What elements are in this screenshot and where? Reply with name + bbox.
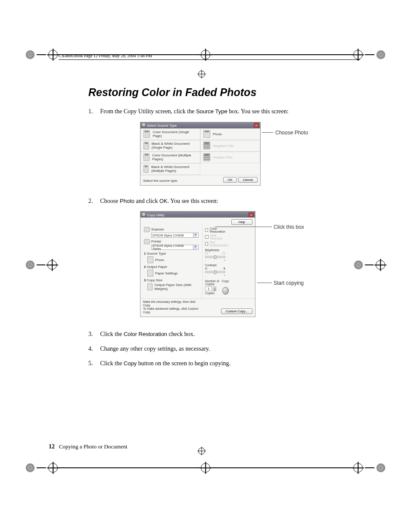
printer-icon [144, 239, 150, 244]
dialog1-title: Select Source Type [147, 124, 177, 128]
option-negative-film: Negative Film [200, 140, 260, 152]
output-paper-section: 2Output Paper [144, 265, 199, 269]
low-contrast-icon: ◐ [205, 267, 208, 270]
ok-button[interactable]: OK [223, 177, 237, 183]
page-footer-text: Copying a Photo or Document [59, 443, 128, 450]
printer-combo[interactable]: EPSON Stylus CX4600 Series▾ [151, 245, 199, 250]
text-enhancement-checkbox: Text Enhancement [205, 241, 229, 247]
chevron-down-icon: ▾ [193, 245, 197, 249]
output-paper-button[interactable]: Paper Settings [147, 270, 199, 277]
copy-label: Copy [222, 280, 229, 286]
dialog2-title: Copy Utility [147, 213, 164, 217]
app-icon [142, 123, 146, 127]
app-icon [142, 212, 146, 216]
page-content: Restoring Color in Faded Photos 1. From … [88, 86, 336, 373]
step-list-2: 2. Choose Photo and click OK. You see th… [88, 197, 336, 205]
dust-removal-checkbox: Dust Removal [205, 234, 229, 240]
callout-start-copying: Start copying [274, 280, 304, 286]
dialog1-titlebar: Select Source Type × [140, 122, 260, 128]
copies-label: Number of Copies [205, 280, 222, 286]
step-5: 5. Click the Copy button on the screen t… [88, 359, 336, 368]
color-restoration-checkbox[interactable]: Color Restoration [205, 227, 229, 233]
photo-icon [147, 256, 153, 263]
option-color-multi[interactable]: Color Document (Multiple Pages) [140, 152, 200, 163]
page-number: 12 [49, 443, 55, 450]
brightness-label: Brightness [205, 249, 229, 252]
scanner-icon [144, 227, 150, 232]
chevron-down-icon: ▾ [193, 233, 197, 237]
bright-icon: ▢ [222, 252, 225, 255]
step-list-3: 3. Click the Color Restoration check box… [88, 330, 336, 367]
step-1: 1. From the Copy Utility screen, click t… [88, 107, 336, 116]
help-button[interactable]: Help [231, 219, 252, 225]
brightness-slider[interactable] [205, 256, 225, 258]
high-contrast-icon: ◑ [223, 267, 225, 270]
copy-size-button[interactable]: Output Paper Size (With Margins) [147, 283, 199, 291]
contrast-label: Contrast [205, 264, 229, 267]
source-type-section: 1Source Type [144, 252, 199, 255]
dialog2-titlebar: Copy Utility × [140, 212, 255, 218]
option-bw-single[interactable]: Black & White Document (Single Page) [140, 140, 200, 152]
select-source-type-dialog: Select Source Type × Color Document (Sin… [140, 122, 261, 186]
copies-spinner[interactable]: ▴▾ [213, 286, 216, 291]
footer-note: Make the necessary settings, then click … [143, 300, 203, 314]
copy-button[interactable] [222, 287, 229, 295]
option-color-single[interactable]: Color Document (Single Page) [140, 128, 200, 140]
step-4: 4. Change any other copy settings, as ne… [88, 345, 336, 353]
dim-icon: ▢ [205, 252, 208, 255]
step-2: 2. Choose Photo and click OK. You see th… [88, 197, 336, 205]
custom-copy-button[interactable]: Custom Copy... [221, 308, 252, 314]
step-list: 1. From the Copy Utility screen, click t… [88, 107, 336, 116]
page-heading: Restoring Color in Faded Photos [88, 86, 336, 99]
close-icon[interactable]: × [254, 123, 259, 128]
crop-marks-bottom [26, 463, 385, 473]
close-icon[interactable]: × [249, 212, 254, 217]
option-positive-film: Positive Film [200, 152, 260, 163]
callout-choose-photo: Choose Photo [275, 130, 308, 136]
step-3: 3. Click the Color Restoration check box… [88, 330, 336, 339]
scanner-row: Scanner EPSON Stylus CX4600▾ [144, 227, 199, 238]
scanner-combo[interactable]: EPSON Stylus CX4600▾ [151, 233, 199, 238]
dialog1-hint: Select the source type. [143, 179, 178, 183]
printer-row: Printer EPSON Stylus CX4600 Series▾ [144, 239, 199, 250]
paper-icon [147, 270, 153, 277]
copies-input[interactable] [205, 286, 212, 291]
contrast-slider[interactable] [205, 271, 225, 273]
copy-size-section: 3Copy Size [144, 278, 199, 282]
page-footer: 12 Copying a Photo or Document [49, 443, 128, 450]
crosshair-icon [198, 448, 205, 454]
running-header: CX4600.book Page 12 Friday, May 28, 2004… [59, 53, 152, 58]
resize-icon [147, 283, 153, 290]
crop-marks-left [26, 260, 57, 270]
cancel-button[interactable]: Cancel [238, 177, 258, 183]
callout-click-box: Click this box [274, 224, 304, 230]
crop-marks-right [354, 260, 385, 270]
option-photo[interactable]: Photo [200, 128, 260, 140]
source-type-button[interactable]: Photo [147, 256, 199, 263]
option-bw-multi[interactable]: Black & White Document (Multiple Pages) [140, 163, 200, 175]
crosshair-icon [198, 71, 205, 78]
